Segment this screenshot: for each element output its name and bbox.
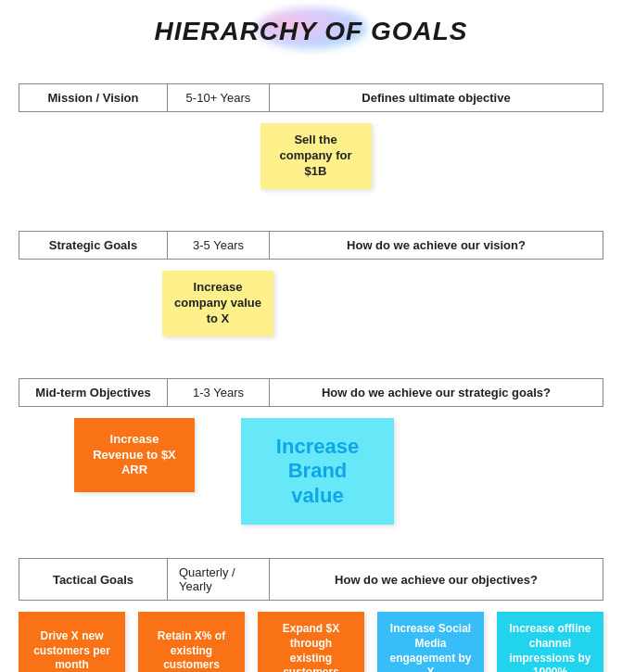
tactical-section: Tactical Goals Quarterly / Yearly How do…: [19, 558, 603, 672]
strategic-section: Strategic Goals 3-5 Years How do we achi…: [19, 231, 603, 345]
strategic-desc: How do we achieve our vision?: [270, 232, 603, 259]
sticky-offline-channel: Increase offline channel impressions by …: [497, 612, 603, 672]
sticky-sell-company: Sell the company for $1B: [260, 123, 372, 189]
mission-label: Mission / Vision: [19, 84, 168, 111]
mission-section: Mission / Vision 5-10+ Years Defines ult…: [19, 83, 603, 197]
mission-desc: Defines ultimate objective: [270, 84, 603, 111]
sticky-expand-customers: Expand $X through existing customers: [258, 612, 364, 672]
strategic-label: Strategic Goals: [19, 232, 168, 259]
midterm-header: Mid-term Objectives 1-3 Years How do we …: [19, 378, 603, 407]
sticky-drive-customers: Drive X new customers per month: [19, 612, 125, 672]
tactical-time: Quarterly / Yearly: [168, 559, 270, 600]
strategic-stickies: Increase company value to X: [19, 271, 603, 345]
sticky-company-value: Increase company value to X: [162, 271, 273, 336]
tactical-desc: How do we achieve our objectives?: [270, 559, 603, 600]
tactical-header: Tactical Goals Quarterly / Yearly How do…: [19, 558, 603, 601]
tactical-stickies: Drive X new customers per month Retain X…: [19, 612, 603, 672]
page: HIERARCHY OF GOALS Mission / Vision 5-10…: [0, 0, 622, 672]
page-title: HIERARCHY OF GOALS: [155, 17, 468, 45]
midterm-stickies: Increase Revenue to $X ARR Increase Bran…: [19, 418, 603, 525]
title-area: HIERARCHY OF GOALS: [19, 17, 603, 46]
sticky-brand-value: Increase Brand value: [241, 418, 394, 525]
strategic-header: Strategic Goals 3-5 Years How do we achi…: [19, 231, 603, 260]
tactical-label: Tactical Goals: [19, 559, 168, 600]
midterm-label: Mid-term Objectives: [19, 379, 168, 406]
midterm-section: Mid-term Objectives 1-3 Years How do we …: [19, 378, 603, 525]
sticky-revenue: Increase Revenue to $X ARR: [74, 418, 195, 492]
mission-stickies: Sell the company for $1B: [19, 123, 603, 197]
mission-time: 5-10+ Years: [168, 84, 270, 111]
midterm-desc: How do we achieve our strategic goals?: [270, 379, 603, 406]
midterm-time: 1-3 Years: [168, 379, 270, 406]
mission-header: Mission / Vision 5-10+ Years Defines ult…: [19, 83, 603, 112]
strategic-time: 3-5 Years: [168, 232, 270, 259]
sticky-retain-customers: Retain X% of existing customers: [138, 612, 245, 672]
sticky-social-media: Increase Social Media engagement by X: [377, 612, 484, 672]
